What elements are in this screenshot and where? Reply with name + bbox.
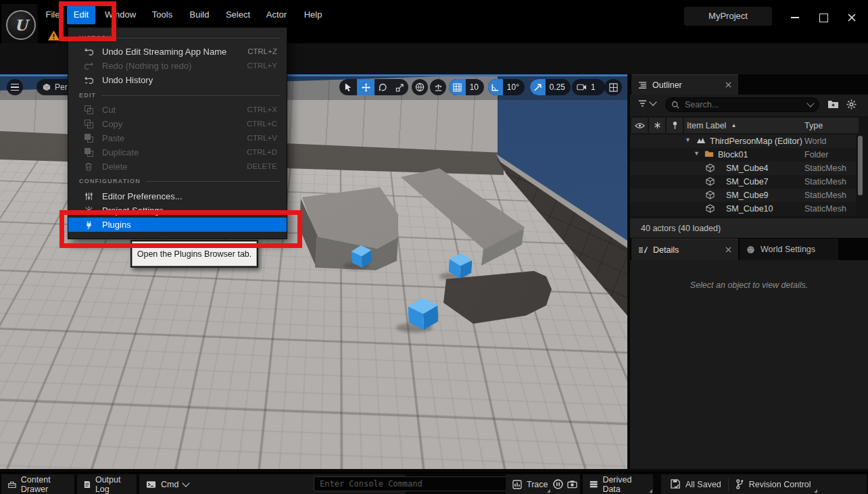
menu-item-undo[interactable]: Undo Edit Streaming App NameCTRL+Z — [68, 45, 287, 59]
globe-icon — [415, 82, 425, 92]
static-mesh-icon — [706, 164, 715, 172]
menu-item-editor-preferences[interactable]: Editor Preferences... — [68, 189, 287, 203]
scale-tool-button[interactable] — [391, 79, 408, 95]
outliner-search[interactable] — [665, 97, 819, 112]
right-dock: Outliner — [630, 74, 868, 469]
menu-item-delete[interactable]: DeleteDELETE — [68, 159, 287, 174]
rotation-snap-value[interactable]: 10° — [503, 82, 525, 92]
blue-cube — [408, 297, 439, 330]
outliner-settings-button[interactable] — [846, 99, 857, 109]
table-row[interactable]: ▼ Block01 Folder — [630, 148, 856, 162]
menu-item-cut[interactable]: CutCTRL+X — [68, 103, 287, 117]
table-row[interactable]: SM_Cube7 StaticMesh — [630, 175, 856, 189]
camera-speed-value[interactable]: 1 — [587, 82, 601, 92]
menu-edit[interactable]: Edit — [67, 5, 95, 24]
rotate-tool-button[interactable] — [375, 79, 391, 95]
surface-snapping-button[interactable] — [430, 79, 446, 95]
type-column-header[interactable]: Type — [802, 118, 859, 133]
tab-details[interactable]: Details — [631, 239, 738, 260]
tab-world-settings[interactable]: World Settings — [740, 239, 838, 260]
menu-build[interactable]: Build — [185, 5, 214, 24]
grid-snap-toggle[interactable] — [449, 79, 466, 95]
cmd-button[interactable]: Cmd — [139, 474, 195, 494]
rotation-snap-control[interactable]: 10° — [488, 79, 525, 95]
table-row[interactable]: SM_Cube4 StaticMesh — [630, 162, 856, 175]
scrollbar[interactable] — [858, 136, 863, 195]
screenshot-button[interactable] — [567, 480, 577, 489]
close-icon[interactable] — [725, 82, 731, 88]
diagonal-arrow-icon — [534, 84, 541, 91]
insights-record-button[interactable] — [553, 479, 563, 489]
menu-section-history: HISTORY — [79, 33, 280, 43]
grid-icon — [453, 83, 462, 92]
terminal-icon — [146, 480, 156, 489]
derived-data-group: Derived Data — [583, 474, 653, 494]
rotation-snap-toggle[interactable] — [488, 79, 503, 95]
close-button[interactable] — [844, 11, 860, 24]
camera-speed-control[interactable]: 1 — [572, 79, 605, 95]
favorite-column-header[interactable] — [649, 118, 665, 133]
trash-icon — [85, 162, 93, 171]
outliner-search-input[interactable] — [683, 99, 804, 110]
table-row[interactable]: SM_Cube10 StaticMesh — [630, 202, 856, 216]
collapse-icon[interactable]: ▼ — [685, 137, 691, 143]
table-row[interactable]: SM_Cube9 StaticMesh — [630, 189, 856, 202]
search-icon — [671, 101, 679, 109]
content-drawer-button[interactable]: Content Drawer — [1, 474, 74, 494]
filter-icon — [638, 100, 647, 107]
menu-item-project-settings[interactable]: Project Settings — [68, 203, 287, 218]
scale-icon — [395, 83, 404, 92]
maximize-button[interactable] — [815, 11, 831, 24]
select-arrow-icon — [345, 82, 352, 92]
unreal-logo[interactable]: U — [1, 4, 38, 43]
menu-actor[interactable]: Actor — [262, 5, 291, 24]
all-saved-button[interactable]: All Saved — [664, 474, 728, 494]
select-tool-button[interactable] — [339, 79, 357, 95]
rotate-icon — [379, 83, 387, 92]
minimize-button[interactable] — [787, 11, 803, 24]
close-icon[interactable] — [725, 247, 731, 253]
outliner-footer: 40 actors (40 loaded) — [630, 218, 868, 238]
pin-column-header[interactable] — [667, 118, 683, 133]
grid-snap-value[interactable]: 10 — [466, 82, 484, 92]
collapse-icon[interactable]: ▼ — [694, 150, 700, 157]
source-control-group: All Saved Revision Control — [661, 474, 867, 494]
output-log-button[interactable]: Output Log — [77, 474, 137, 494]
revision-control-button[interactable]: Revision Control — [729, 474, 818, 494]
item-label-column-header[interactable]: Item Label ▲ — [684, 118, 803, 133]
tab-outliner[interactable]: Outliner — [631, 74, 738, 95]
cube-icon — [43, 83, 51, 91]
menu-window[interactable]: Window — [101, 5, 139, 24]
plug-icon — [85, 220, 93, 229]
visibility-column-header[interactable] — [631, 118, 648, 133]
world-icon — [696, 137, 706, 144]
menu-item-undo-history[interactable]: Undo History — [68, 73, 287, 87]
menu-help[interactable]: Help — [301, 5, 325, 24]
move-tool-button[interactable] — [357, 79, 375, 95]
gear-icon — [846, 99, 857, 109]
menu-item-duplicate[interactable]: DuplicateCTRL+D — [68, 145, 287, 159]
outliner-filter-button[interactable] — [638, 100, 656, 107]
menu-tools[interactable]: Tools — [148, 5, 176, 24]
quad-view-button[interactable] — [604, 79, 622, 95]
trace-button[interactable]: Trace — [506, 474, 551, 494]
scale-snap-value[interactable]: 0.25 — [546, 82, 571, 92]
scale-snap-toggle[interactable] — [530, 79, 546, 95]
save-check-icon — [671, 479, 681, 489]
viewport-menu-button[interactable] — [7, 79, 23, 95]
branch-icon — [736, 479, 744, 489]
menu-file[interactable]: File — [42, 5, 64, 24]
grid-snap-control[interactable]: 10 — [449, 79, 484, 95]
create-folder-button[interactable] — [827, 99, 839, 109]
world-local-toggle[interactable] — [412, 79, 428, 95]
table-row[interactable]: ▼ ThirdPersonMap (Editor) World — [630, 134, 856, 148]
menu-item-plugins[interactable]: Plugins — [68, 218, 287, 232]
derived-data-button[interactable]: Derived Data — [583, 474, 653, 494]
menu-item-paste[interactable]: PasteCTRL+V — [68, 131, 287, 145]
scale-snap-control[interactable]: 0.25 — [530, 79, 571, 95]
menu-item-copy[interactable]: CopyCTRL+C — [68, 117, 287, 131]
outliner-icon — [638, 81, 647, 89]
menu-select[interactable]: Select — [222, 5, 254, 24]
menu-item-redo[interactable]: Redo (Nothing to redo)CTRL+Y — [68, 59, 287, 73]
transform-tools[interactable] — [339, 79, 408, 95]
